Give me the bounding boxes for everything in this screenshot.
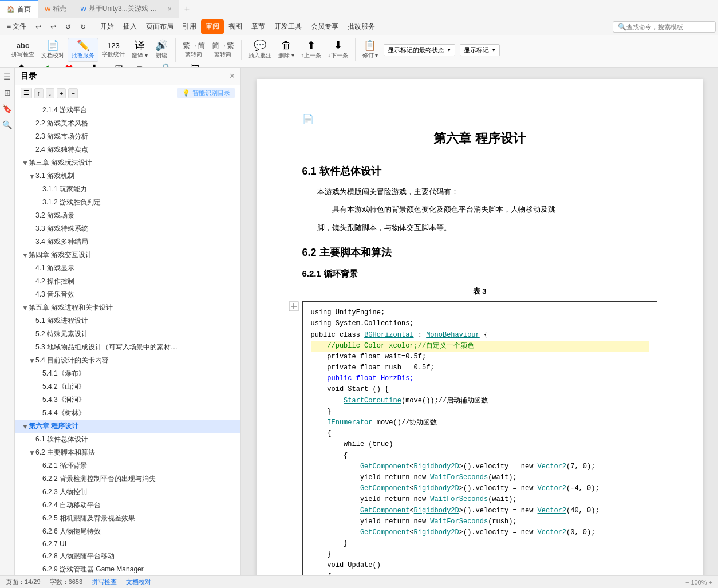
prev2-button[interactable]: ⬆ ↑上一条 — [8, 62, 35, 68]
smart-toc-button[interactable]: 💡 智能识别目录 — [177, 88, 235, 98]
trad-to-simp-button[interactable]: 繁→简 繁转简 — [179, 40, 208, 60]
toc-item-4[interactable]: ▼第三章 游戏玩法设计 — [15, 156, 240, 169]
code-add-icon[interactable] — [289, 301, 299, 313]
wordcount-button[interactable]: 123 字数统计 — [98, 40, 128, 60]
toc-item-26[interactable]: ▼6.2 主要脚本和算法 — [15, 446, 240, 459]
menu-search-input[interactable] — [626, 23, 711, 30]
toc-item-31[interactable]: 6.2.5 相机跟随及背景视差效果 — [15, 512, 240, 525]
toc-item-33[interactable]: 6.2.7 UI — [15, 538, 240, 550]
next2-button[interactable]: ⬇ ↓下一条 — [81, 62, 108, 68]
toc-item-9[interactable]: 3.3 游戏特殊系统 — [15, 222, 240, 235]
toc-item-18[interactable]: 5.3 地域物品组成设计（可写入场景中的素材样式... — [15, 341, 240, 354]
toc-item-23[interactable]: 5.4.4《树林》 — [15, 407, 240, 420]
toc-item-17[interactable]: 5.2 特殊元素设计 — [15, 327, 240, 341]
toc-item-34[interactable]: 6.2.8 人物跟随平台移动 — [15, 550, 240, 563]
menu-layout[interactable]: 页面布局 — [141, 19, 178, 34]
show-markup-dropdown[interactable]: 显示标记的最终状态 — [384, 44, 455, 56]
delete-button[interactable]: 🗑 删除 ▾ — [275, 38, 298, 61]
toc-item-25[interactable]: 6.1 软件总体设计 — [15, 433, 240, 446]
reject-button[interactable]: ✖ 拒绝 ▾ — [58, 62, 81, 68]
add-tab-button[interactable]: + — [179, 4, 195, 14]
menu-view[interactable]: 视图 — [224, 19, 247, 34]
menu-undo[interactable]: ↩ — [31, 21, 46, 33]
toc-item-8[interactable]: 3.2 游戏场景 — [15, 209, 240, 222]
toc-item-35[interactable]: 6.2.9 游戏管理器 Game Manager — [15, 563, 240, 575]
next-note-button[interactable]: ⬇ ↓下一条 — [325, 38, 352, 61]
toc-item-27[interactable]: 6.2.1 循环背景 — [15, 459, 240, 472]
menu-chapter[interactable]: 章节 — [247, 19, 270, 34]
toc-item-21[interactable]: 5.4.2《山洞》 — [15, 380, 240, 393]
side-icon-1[interactable]: ☰ — [3, 72, 11, 81]
side-icon-2[interactable]: ⊞ — [4, 88, 11, 97]
toc-item-11[interactable]: ▼第四章 游戏交互设计 — [15, 248, 240, 262]
toc-item-16[interactable]: 5.1 游戏进程设计 — [15, 314, 240, 327]
menu-review[interactable]: 审阅 — [201, 19, 224, 34]
zoom-controls[interactable]: − 100% + — [685, 579, 712, 586]
trad-icon: 繁→简 — [183, 42, 205, 49]
toc-text-35: 6.2.9 游戏管理器 Game Manager — [42, 565, 236, 574]
menu-devtools[interactable]: 开发工具 — [270, 19, 306, 34]
toc-item-19[interactable]: ▼5.4 目前设计的关卡内容 — [15, 354, 240, 367]
tab-doc-close[interactable]: × — [168, 5, 172, 13]
menu-revise[interactable]: 批改服务 — [343, 19, 380, 34]
toc-item-15[interactable]: ▼第五章 游戏进程和关卡设计 — [15, 301, 240, 314]
toc-item-5[interactable]: ▼3.1 游戏机制 — [15, 169, 240, 183]
toc-btn-1[interactable]: ☰ — [21, 88, 32, 98]
spell-status[interactable]: 拼写检查 — [92, 578, 117, 586]
menu-start[interactable]: 开始 — [96, 19, 119, 34]
toc-item-24[interactable]: ▼第六章 程序设计 — [15, 420, 240, 433]
menu-search-box[interactable]: 🔍 — [613, 21, 716, 33]
menu-ref[interactable]: 引用 — [178, 19, 201, 34]
translate-button[interactable]: 译 翻译 ▾ — [128, 38, 151, 61]
toc-item-1[interactable]: 2.2 游戏美术风格 — [15, 117, 240, 130]
accept-button[interactable]: ✔ 接受 ▾ — [35, 62, 58, 68]
toc-item-10[interactable]: 3.4 游戏多种结局 — [15, 235, 240, 248]
menu-insert[interactable]: 插入 — [119, 19, 141, 34]
toc-item-2[interactable]: 2.3 游戏市场分析 — [15, 130, 240, 143]
side-icon-3[interactable]: 🔖 — [2, 104, 12, 113]
doc-rights-button[interactable]: 🛡 文档权限 — [180, 62, 210, 68]
limit-edit-button[interactable]: 🔒 限制编辑 — [151, 62, 180, 68]
menu-redo[interactable]: ↺ — [61, 21, 76, 33]
prev-note-button[interactable]: ⬆ ↑上一条 — [298, 38, 325, 61]
toc-item-6[interactable]: 3.1.1 玩家能力 — [15, 183, 240, 196]
doc-compare-button[interactable]: 📄 文档校对 — [38, 38, 68, 61]
simp-to-trad-button[interactable]: 简→繁 繁转简 — [208, 40, 238, 60]
toc-item-32[interactable]: 6.2.6 人物拖尾特效 — [15, 525, 240, 538]
toc-item-12[interactable]: 4.1 游戏显示 — [15, 262, 240, 275]
toc-btn-2[interactable]: ↑ — [34, 88, 44, 98]
menu-file[interactable]: ≡ 文件 — [2, 19, 31, 34]
toc-item-30[interactable]: 6.2.4 自动移动平台 — [15, 499, 240, 512]
toc-btn-4[interactable]: + — [57, 88, 66, 98]
toc-item-3[interactable]: 2.4 游戏独特卖点 — [15, 143, 240, 156]
toc-item-13[interactable]: 4.2 操作控制 — [15, 275, 240, 288]
tab-doc[interactable]: W 基于Unity3...关游戏 毕业论文 × — [73, 0, 178, 18]
toc-btn-5[interactable]: − — [68, 88, 77, 98]
tab-shell[interactable]: W 稻壳 — [38, 0, 73, 18]
code-line-10: } — [311, 407, 649, 417]
side-icon-4[interactable]: 🔍 — [2, 120, 12, 129]
track-changes-button[interactable]: 📋 修订 ▾ — [359, 38, 382, 61]
show-markup2-dropdown[interactable]: 显示标记 — [460, 44, 500, 56]
insert-note-button[interactable]: 💬 插入批注 — [245, 38, 275, 61]
toc-btn-3[interactable]: ↓ — [46, 88, 55, 98]
menu-vip[interactable]: 会员专享 — [306, 19, 343, 34]
pen-button[interactable]: ✏ 画笔 — [130, 62, 151, 68]
toc-item-20[interactable]: 5.4.1《瀑布》 — [15, 367, 240, 380]
read-button[interactable]: 🔊 朗读 — [151, 38, 172, 61]
toc-item-28[interactable]: 6.2.2 背景检测控制平台的出现与消失 — [15, 472, 240, 486]
main-layout: ☰ ⊞ 🔖 🔍 目录 × ☰ ↑ ↓ + − 💡 智能识别目录 2.1.4 游戏… — [0, 68, 718, 575]
toc-item-29[interactable]: 6.2.3 人物控制 — [15, 486, 240, 499]
compare3-button[interactable]: ⊞ 比较 ▾ — [108, 62, 131, 68]
toc-item-7[interactable]: 3.1.2 游戏胜负判定 — [15, 196, 240, 209]
toc-item-22[interactable]: 5.4.3《洞洞》 — [15, 393, 240, 407]
panel-close-button[interactable]: × — [230, 71, 235, 81]
revise-service-button[interactable]: ✏️ 批改服务 — [68, 38, 98, 62]
menu-redo2[interactable]: ↻ — [76, 21, 90, 33]
menu-undo2[interactable]: ↩ — [46, 21, 61, 33]
spell-check-button[interactable]: abc 拼写检查 — [8, 40, 38, 60]
toc-item-14[interactable]: 4.3 音乐音效 — [15, 288, 240, 301]
compare-status[interactable]: 文档校对 — [126, 578, 151, 586]
toc-item-0[interactable]: 2.1.4 游戏平台 — [15, 104, 240, 117]
tab-home[interactable]: 🏠 首页 — [0, 0, 38, 18]
